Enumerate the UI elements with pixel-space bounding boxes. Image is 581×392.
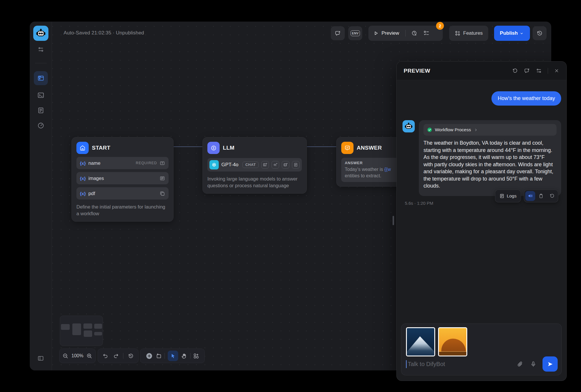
sidebar-item-logs[interactable] (37, 107, 44, 114)
model-name: GPT-4o (221, 162, 239, 168)
redo-icon[interactable] (113, 353, 119, 359)
edge-llm-answer (307, 146, 336, 147)
checklist-icon[interactable] (423, 30, 430, 36)
attachment-icon[interactable] (517, 361, 524, 368)
features-icon (455, 30, 461, 36)
undo-toolbar (98, 349, 139, 363)
zoom-in-icon[interactable] (86, 353, 92, 359)
node-title: ANSWER (357, 145, 382, 151)
uploaded-image-mountain-night[interactable] (406, 327, 435, 356)
annotation-button[interactable] (331, 26, 345, 40)
history-icon[interactable] (128, 353, 134, 359)
llm-icon (207, 142, 220, 154)
pointer-tool[interactable] (168, 351, 178, 361)
node-llm[interactable]: LLM GPT-4o CHAT Invoking large language … (202, 137, 307, 194)
required-badge: REQUIRED (136, 161, 157, 165)
annotation-icon[interactable] (524, 68, 530, 74)
env-button[interactable]: ENV (348, 26, 362, 40)
files-icon (160, 191, 165, 196)
start-field-images[interactable]: {x} images (76, 172, 169, 184)
logs-button[interactable]: Logs (495, 190, 521, 202)
home-icon (76, 142, 89, 154)
answer-icon (341, 142, 354, 154)
chat-area: How's the weather today Workflow Process… (397, 80, 566, 319)
chat-input[interactable] (408, 361, 510, 368)
node-start[interactable]: START {x} name REQUIRED {x} images {x} p (71, 137, 174, 222)
bot-message-card: Workflow Process The weather in Boydton,… (419, 120, 561, 196)
regenerate-icon[interactable] (547, 191, 557, 201)
version-history-button[interactable] (533, 26, 547, 40)
zoom-toolbar: 100% (59, 349, 96, 363)
document-capability-icon (292, 161, 300, 169)
bot-avatar-robot-icon (402, 120, 415, 132)
microphone-icon[interactable] (530, 361, 537, 368)
restart-conversation-icon[interactable] (512, 68, 518, 74)
user-message: How's the weather today (491, 91, 561, 106)
chat-input-box (401, 323, 562, 375)
topbar: Auto-Saved 21:02:35 · Unpublished ENV Pr… (52, 22, 551, 45)
text-input-icon (160, 160, 165, 166)
settings-icon[interactable] (536, 68, 542, 74)
sidebar-divider (35, 63, 47, 63)
paragraph-icon (160, 176, 165, 181)
chevron-right-icon (474, 128, 478, 132)
node-title: LLM (223, 145, 235, 151)
zoom-out-icon[interactable] (62, 353, 69, 359)
variable-icon: {x} (80, 161, 86, 166)
preview-panel-header: PREVIEW (397, 62, 566, 80)
preview-button-group: Preview 2 (368, 26, 443, 41)
preview-button[interactable]: Preview (382, 30, 399, 36)
preview-panel: PREVIEW How's the weather today (396, 61, 567, 381)
edge-start-llm (174, 146, 202, 147)
model-selector[interactable]: GPT-4o CHAT (207, 158, 302, 172)
node-description: Invoking large language models to answer… (207, 176, 302, 189)
publish-button[interactable]: Publish (494, 26, 530, 41)
audio-capability-icon (272, 161, 279, 169)
hand-tool[interactable] (181, 353, 187, 359)
tune-icon[interactable] (37, 46, 44, 53)
features-button[interactable]: Features (449, 26, 488, 41)
openai-logo (209, 160, 219, 169)
success-check-icon (427, 127, 432, 132)
play-icon[interactable] (373, 30, 379, 36)
start-field-name[interactable]: {x} name REQUIRED (76, 157, 169, 169)
undo-icon[interactable] (102, 353, 108, 359)
message-actions (524, 190, 558, 202)
logs-icon (499, 193, 505, 199)
node-description: Define the initial parameters for launch… (76, 204, 169, 217)
uploaded-image-mountain-sunset[interactable] (438, 327, 467, 356)
template-variable: {{w (384, 167, 391, 172)
add-note-icon[interactable] (156, 353, 162, 359)
chat-mode-badge: CHAT (242, 162, 259, 168)
workflow-process-toggle[interactable]: Workflow Process (424, 124, 556, 136)
speaker-icon[interactable] (525, 191, 535, 201)
sidebar-item-monitoring[interactable] (37, 122, 44, 129)
node-title: START (92, 145, 110, 151)
close-icon[interactable] (554, 68, 559, 74)
organize-layout-icon[interactable] (193, 353, 199, 359)
add-node-icon[interactable] (146, 352, 153, 360)
minimap[interactable] (60, 316, 103, 346)
app-logo-robot-icon[interactable] (33, 26, 48, 41)
sidebar-item-orchestrate[interactable] (34, 71, 48, 85)
send-button[interactable] (542, 356, 558, 372)
variable-icon: {x} (80, 191, 86, 196)
tools-toolbar (140, 349, 205, 363)
env-icon: ENV (351, 30, 360, 36)
checklist-count-badge[interactable]: 2 (436, 22, 444, 30)
autosave-status: Auto-Saved 21:02:35 · Unpublished (64, 30, 144, 36)
panel-title: PREVIEW (404, 68, 430, 74)
vision-capability-icon (261, 161, 269, 169)
chevron-down-icon (519, 31, 524, 36)
panel-resize-handle[interactable] (393, 216, 394, 225)
start-field-pdf[interactable]: {x} pdf (76, 187, 169, 200)
collapse-sidebar-icon[interactable] (37, 355, 44, 362)
text-caret (406, 360, 407, 368)
zoom-level[interactable]: 100% (71, 353, 83, 358)
copy-icon[interactable] (536, 191, 546, 201)
video-capability-icon (282, 161, 289, 169)
run-history-icon[interactable] (411, 30, 418, 36)
sidebar-item-terminal[interactable] (37, 92, 44, 99)
sidebar (30, 22, 52, 370)
bot-message-text: The weather in Boydton, VA today is clea… (424, 139, 553, 190)
